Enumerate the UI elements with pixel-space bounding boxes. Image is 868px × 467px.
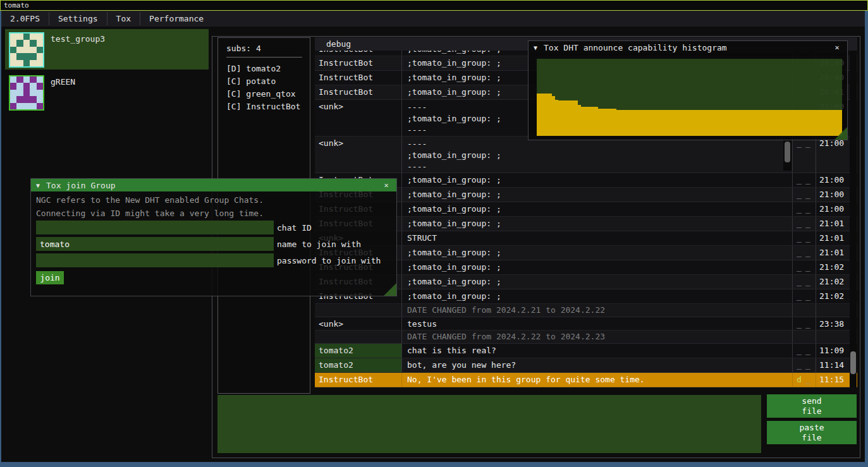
join-password-label: password to join with xyxy=(277,256,381,265)
chat-row[interactable]: tomato2chat is this real?__11:09 xyxy=(315,344,857,358)
members-count: subs: 4 xyxy=(226,44,310,53)
chat-scrollbar-track[interactable] xyxy=(850,51,857,387)
app-window: tomato 2.0FPSSettingsToxPerformance test… xyxy=(0,0,868,467)
message-flags: d_ xyxy=(793,373,816,387)
flag-placeholder: _ xyxy=(797,190,805,199)
flag-placeholder: _ xyxy=(797,219,805,228)
message-name: InstructBot xyxy=(315,373,402,387)
chat-row[interactable]: tomato2bot, are you new here?__11:14 xyxy=(315,358,857,373)
flag-placeholder: _ xyxy=(805,291,814,301)
message-time: 21:00 xyxy=(816,188,849,202)
flag-placeholder: _ xyxy=(805,233,814,243)
message-name: InstructBot xyxy=(315,51,402,56)
join-password-input[interactable] xyxy=(36,253,274,267)
message-text: ;tomato_in_group: ; xyxy=(402,246,793,260)
message-flags xyxy=(793,304,816,317)
message-time: 21:02 xyxy=(816,260,849,274)
message-flags: __ xyxy=(793,358,816,372)
send-file-button[interactable]: send file xyxy=(767,394,857,418)
menu-item-settings[interactable]: Settings xyxy=(49,11,107,27)
flag-placeholder: _ xyxy=(797,277,805,286)
paste-file-button[interactable]: paste file xyxy=(767,421,857,444)
message-flags: __ xyxy=(793,136,816,173)
chat-row[interactable]: DATE CHANGED from 2024.2.21 to 2024.2.22 xyxy=(315,304,857,317)
message-time: 11:14 xyxy=(816,358,849,372)
group-name: gREEN xyxy=(51,77,75,112)
message-text: ;tomato_in_group: ; xyxy=(402,188,793,202)
message-text: ;tomato_in_group: ; xyxy=(402,260,793,274)
member-item-tomato2[interactable]: [D] tomato2 xyxy=(226,63,310,75)
message-time xyxy=(816,304,849,317)
message-time xyxy=(816,331,849,343)
join-name-input[interactable] xyxy=(36,237,274,251)
message-scrollbar-thumb[interactable] xyxy=(785,142,790,162)
message-time: 21:01 xyxy=(816,246,849,260)
flag-placeholder: _ xyxy=(805,375,814,384)
collapse-arrow-icon[interactable]: ▼ xyxy=(534,44,537,51)
join-button[interactable]: join xyxy=(36,271,64,284)
message-name: tomato2 xyxy=(315,358,402,372)
members-list: [D] tomato2[C] potato[C] green_qtox[C] I… xyxy=(226,63,310,113)
chat-id-input[interactable] xyxy=(36,221,274,234)
wm-titlebar[interactable]: tomato xyxy=(0,0,868,11)
message-time: 21:01 xyxy=(816,217,849,231)
close-icon[interactable]: ✕ xyxy=(381,181,391,190)
flag-placeholder: _ xyxy=(797,319,805,329)
chat-row[interactable]: InstructBotNo, I've been in this group f… xyxy=(315,373,857,387)
message-name: InstructBot xyxy=(315,71,402,85)
message-flags: __ xyxy=(793,188,816,202)
message-time: 11:09 xyxy=(816,344,849,358)
member-item-InstructBot[interactable]: [C] InstructBot xyxy=(226,100,310,113)
chat-row[interactable]: <unk>testus__23:38 xyxy=(315,317,857,331)
member-item-green_qtox[interactable]: [C] green_qtox xyxy=(226,88,310,100)
collapse-arrow-icon[interactable]: ▼ xyxy=(36,182,40,189)
message-text: bot, are you new here? xyxy=(402,358,793,372)
flag-placeholder: _ xyxy=(797,291,805,301)
window-frame-left xyxy=(0,10,1,467)
message-time: 21:00 xyxy=(816,173,849,187)
chat-row[interactable]: DATE CHANGED from 2024.2.22 to 2024.2.23 xyxy=(315,331,857,344)
dht-histogram-title: Tox DHT announce capability histogram xyxy=(544,43,727,52)
message-name: <unk> xyxy=(315,136,402,173)
flag-placeholder: _ xyxy=(805,277,814,286)
dht-histogram-titlebar[interactable]: ▼ Tox DHT announce capability histogram … xyxy=(529,41,847,54)
message-text: chat is this real? xyxy=(402,344,793,358)
message-input[interactable] xyxy=(217,395,761,453)
message-text: ;tomato_in_group: ; xyxy=(402,275,793,289)
resize-grip[interactable] xyxy=(834,127,847,140)
window-frame-right xyxy=(865,10,868,467)
flag-placeholder: _ xyxy=(805,248,814,257)
message-time: 21:01 xyxy=(816,231,849,245)
sidebar-item-gREEN[interactable]: gREEN xyxy=(5,72,209,112)
message-flags: __ xyxy=(793,173,816,187)
flag-placeholder: _ xyxy=(805,204,814,214)
message-text: STRUCT xyxy=(402,231,793,245)
message-text: ;tomato_in_group: ; xyxy=(402,289,793,303)
flag-placeholder: _ xyxy=(797,233,805,243)
message-flags xyxy=(793,331,816,343)
message-flags: __ xyxy=(793,260,816,274)
window-title: tomato xyxy=(4,1,29,9)
message-text: ;tomato_in_group: ; xyxy=(402,202,793,216)
member-item-potato[interactable]: [C] potato xyxy=(226,75,310,88)
chat-row[interactable]: <unk>----;tomato_in_group: ;----__21:00 xyxy=(315,136,857,173)
chat-scrollbar-thumb[interactable] xyxy=(850,351,856,374)
group-avatar-icon xyxy=(9,32,44,68)
message-time: 21:02 xyxy=(816,289,849,303)
flag-placeholder: _ xyxy=(797,360,805,370)
join-group-title: Tox join Group xyxy=(46,181,116,190)
close-icon[interactable]: ✕ xyxy=(832,43,842,52)
join-info-line2: Connecting via ID might take a very long… xyxy=(31,209,396,218)
menu-item-performance[interactable]: Performance xyxy=(140,11,212,27)
message-flags: __ xyxy=(793,317,816,330)
flag-placeholder: _ xyxy=(797,346,805,355)
date-changed-text: DATE CHANGED from 2024.2.21 to 2024.2.22 xyxy=(402,304,793,317)
flag-placeholder: _ xyxy=(805,190,814,199)
chat-id-label: chat ID xyxy=(277,223,312,233)
flag-placeholder: _ xyxy=(805,346,814,355)
join-group-titlebar[interactable]: ▼ Tox join Group ✕ xyxy=(31,179,396,191)
sidebar-item-test_group3[interactable]: test_group3 xyxy=(5,29,209,70)
message-text-line: ;tomato_in_group: ; xyxy=(407,150,792,161)
resize-grip[interactable] xyxy=(384,283,396,296)
menu-item-tox[interactable]: Tox xyxy=(107,11,140,27)
